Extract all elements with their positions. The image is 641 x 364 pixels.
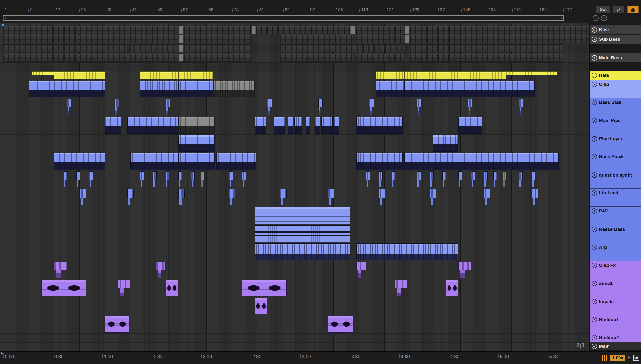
clip[interactable] bbox=[404, 153, 559, 170]
clip[interactable] bbox=[334, 116, 339, 134]
clip[interactable] bbox=[417, 98, 421, 116]
clip[interactable] bbox=[280, 189, 287, 206]
track-header-clap[interactable]: ▼Clap bbox=[590, 80, 641, 98]
track-lane-main-bass[interactable] bbox=[0, 54, 589, 63]
clip[interactable] bbox=[484, 171, 488, 188]
menu-icon[interactable]: ≡ bbox=[592, 73, 597, 78]
fold-icon[interactable]: ▼ bbox=[592, 281, 597, 286]
clip[interactable] bbox=[242, 280, 286, 296]
track-lane-buildup2[interactable] bbox=[0, 334, 589, 342]
clip[interactable] bbox=[443, 171, 446, 188]
clip[interactable] bbox=[64, 171, 68, 188]
arrow-left-button[interactable]: ← bbox=[593, 15, 599, 21]
clip[interactable] bbox=[256, 26, 350, 34]
clip[interactable] bbox=[366, 171, 370, 188]
clip[interactable] bbox=[519, 98, 523, 116]
track-header-main-bass[interactable]: ▼Main Bass bbox=[590, 53, 641, 62]
clip[interactable] bbox=[409, 26, 589, 34]
clip[interactable] bbox=[355, 54, 404, 62]
speed-badge[interactable]: 1.00x bbox=[610, 355, 625, 361]
clip[interactable] bbox=[519, 171, 523, 188]
track-lane-spacer[interactable] bbox=[0, 63, 589, 71]
clip[interactable] bbox=[458, 171, 462, 188]
track-lane-main-pipe[interactable] bbox=[0, 116, 589, 135]
clip[interactable] bbox=[178, 35, 183, 43]
clip[interactable] bbox=[178, 72, 213, 79]
play-icon[interactable]: ▶ bbox=[592, 27, 597, 33]
clip[interactable] bbox=[294, 116, 302, 134]
clip[interactable] bbox=[130, 44, 178, 52]
clip[interactable] bbox=[458, 262, 471, 278]
clip[interactable] bbox=[315, 116, 320, 134]
track-header-question-synht[interactable]: ▼question synht bbox=[590, 171, 641, 188]
fold-icon[interactable]: ▼ bbox=[592, 55, 597, 60]
clip[interactable] bbox=[532, 189, 538, 206]
track-lane-pipe-layer[interactable] bbox=[0, 135, 589, 152]
clip[interactable] bbox=[409, 35, 589, 43]
track-lane-bass-pluck[interactable] bbox=[0, 152, 589, 171]
clip[interactable] bbox=[178, 26, 183, 34]
clip[interactable] bbox=[255, 244, 350, 260]
playhead-marker-icon[interactable] bbox=[1, 352, 4, 355]
fold-icon[interactable]: ▼ bbox=[592, 227, 597, 232]
loop-start-triangle-icon[interactable]: ▷ bbox=[3, 15, 6, 20]
clip[interactable] bbox=[89, 171, 93, 188]
clip[interactable] bbox=[130, 153, 178, 170]
arrangement-grid[interactable] bbox=[0, 23, 589, 351]
track-header-sub-bass[interactable]: ▼Sub Bass bbox=[590, 35, 641, 44]
fold-icon[interactable]: ▼ bbox=[592, 118, 597, 123]
clip[interactable] bbox=[404, 72, 506, 79]
clip[interactable] bbox=[183, 26, 251, 34]
clip[interactable] bbox=[468, 98, 472, 116]
track-lane-reese-bass[interactable] bbox=[0, 225, 589, 243]
clip[interactable] bbox=[140, 80, 178, 97]
clip[interactable] bbox=[255, 298, 267, 314]
track-header-bass-pluck[interactable]: ▼Bass Pluck bbox=[590, 152, 641, 171]
fold-icon[interactable]: ▼ bbox=[592, 154, 597, 159]
clip[interactable] bbox=[267, 98, 272, 116]
clip[interactable] bbox=[127, 189, 134, 206]
clip[interactable] bbox=[178, 153, 215, 170]
clip[interactable] bbox=[356, 262, 366, 278]
track-header-bass-stab[interactable]: ▼Bass Stab bbox=[590, 98, 641, 116]
clip[interactable] bbox=[395, 280, 407, 296]
arrow-right-button[interactable]: → bbox=[601, 15, 607, 21]
clip[interactable] bbox=[115, 98, 119, 116]
track-lane-question-synht[interactable] bbox=[0, 171, 589, 189]
track-header-lfo-lead[interactable]: ▼Lfo Lead bbox=[590, 188, 641, 207]
clip[interactable] bbox=[356, 244, 458, 260]
fold-icon[interactable]: ▼ bbox=[592, 263, 597, 268]
fold-icon[interactable]: ▼ bbox=[592, 299, 597, 304]
fold-icon[interactable]: ▼ bbox=[592, 82, 597, 87]
clip[interactable] bbox=[430, 171, 434, 188]
clip[interactable] bbox=[41, 280, 86, 296]
clip[interactable] bbox=[3, 54, 178, 62]
clip[interactable] bbox=[105, 316, 129, 332]
clip[interactable] bbox=[54, 153, 105, 170]
track-header-impakt[interactable]: ▼Impakt bbox=[590, 297, 641, 315]
track-header-buildup1[interactable]: ▼Buildup1 bbox=[590, 315, 641, 333]
clip[interactable] bbox=[274, 116, 285, 134]
clip[interactable] bbox=[178, 80, 213, 97]
clip[interactable] bbox=[306, 116, 310, 134]
track-header-clap-fx[interactable]: ▼Clap Fx bbox=[590, 261, 641, 279]
track-lane-spacer[interactable] bbox=[0, 44, 589, 54]
clip[interactable] bbox=[29, 80, 105, 97]
clip[interactable] bbox=[242, 171, 246, 188]
track-header-kick[interactable]: ▶Kick bbox=[590, 25, 641, 35]
track-header-pipe-layer[interactable]: ▼Pipe Layer bbox=[590, 134, 641, 152]
clip[interactable] bbox=[213, 80, 255, 97]
track-lane-main[interactable] bbox=[0, 342, 589, 351]
track-header-main-pipe[interactable]: ▼Main Pipe bbox=[590, 116, 641, 134]
clip[interactable] bbox=[350, 26, 355, 34]
clip[interactable] bbox=[140, 72, 178, 79]
clip[interactable] bbox=[430, 189, 436, 206]
fold-icon[interactable]: ▼ bbox=[592, 245, 597, 250]
clip[interactable] bbox=[229, 171, 233, 188]
clip[interactable] bbox=[328, 189, 334, 206]
clip[interactable] bbox=[153, 171, 157, 188]
h-zoom-button[interactable]: H bbox=[627, 355, 631, 360]
loop-end-triangle-icon[interactable]: ◁ bbox=[560, 15, 563, 20]
fold-icon[interactable]: ▼ bbox=[592, 136, 597, 142]
clip[interactable] bbox=[178, 189, 185, 206]
